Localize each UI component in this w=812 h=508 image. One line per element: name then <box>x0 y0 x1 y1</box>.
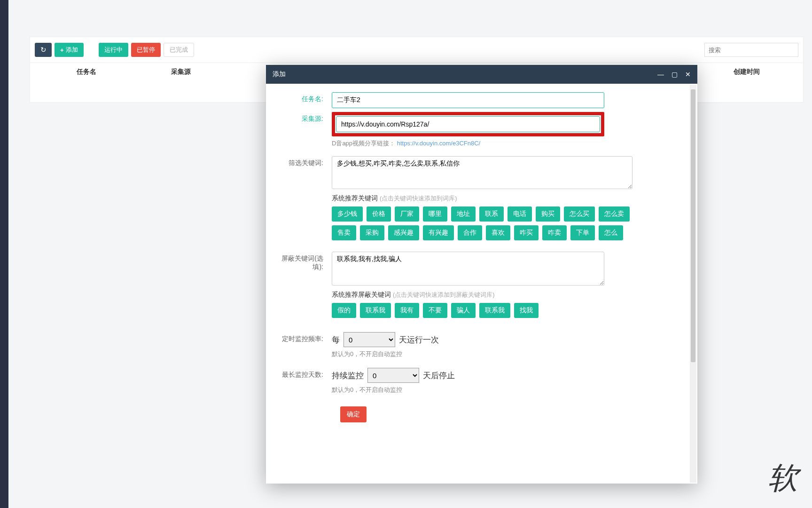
filter-tag[interactable]: 有兴趣 <box>423 225 454 240</box>
add-button-label: 添加 <box>66 46 78 54</box>
filter-tag[interactable]: 感兴趣 <box>388 225 419 240</box>
freq-suffix: 天运行一次 <box>399 334 439 345</box>
col-source: 采集源 <box>134 68 228 76</box>
modal-title: 添加 <box>273 70 286 79</box>
task-name-input[interactable] <box>332 92 604 108</box>
filter-tag[interactable]: 地址 <box>451 206 476 222</box>
maximize-icon[interactable]: ▢ <box>671 71 678 78</box>
block-label: 屏蔽关键词(选填): <box>280 252 332 318</box>
freq-select[interactable]: 0 <box>344 332 395 347</box>
source-label: 采集源: <box>280 112 332 148</box>
block-tag[interactable]: 找我 <box>514 303 539 318</box>
block-tag[interactable]: 我有 <box>395 303 419 318</box>
toolbar: + 添加 运行中 已暂停 已完成 <box>30 37 803 63</box>
sidebar <box>0 0 8 508</box>
plus-icon: + <box>60 47 64 54</box>
running-filter-button[interactable]: 运行中 <box>99 43 128 57</box>
filter-label: 筛选关键词: <box>280 156 332 240</box>
block-tag[interactable]: 联系我 <box>360 303 391 318</box>
filter-tag[interactable]: 下单 <box>570 225 595 240</box>
block-keywords-input[interactable] <box>332 252 604 286</box>
col-task-name: 任务名 <box>39 68 134 76</box>
filter-tag[interactable]: 怎么买 <box>564 206 595 222</box>
filter-tag-row: 多少钱 价格 厂家 哪里 地址 联系 电话 购买 怎么买 怎么卖 售卖 采购 感… <box>332 206 632 240</box>
modal-scrollbar[interactable] <box>690 85 696 483</box>
add-button[interactable]: + 添加 <box>55 43 84 57</box>
add-modal: 添加 — ▢ ✕ 任务名: 采集源: <box>266 65 697 484</box>
modal-body: 任务名: 采集源: D音app视频分享链接： https://v.douyin.… <box>266 84 697 484</box>
source-input[interactable] <box>336 116 600 132</box>
block-tag-row: 假的 联系我 我有 不要 骗人 联系我 找我 <box>332 303 604 318</box>
source-highlight <box>332 112 604 136</box>
max-select[interactable]: 0 <box>367 368 419 383</box>
paused-filter-button[interactable]: 已暂停 <box>131 43 161 57</box>
refresh-button[interactable] <box>35 43 52 57</box>
submit-button[interactable]: 确定 <box>340 406 367 422</box>
done-filter-button[interactable]: 已完成 <box>164 43 194 57</box>
block-tag[interactable]: 骗人 <box>451 303 476 318</box>
freq-prefix: 每 <box>332 334 340 345</box>
filter-keywords-input[interactable] <box>332 156 632 189</box>
filter-tag[interactable]: 喜欢 <box>486 225 510 240</box>
task-name-label: 任务名: <box>280 92 332 108</box>
filter-section-title: 系统推荐关键词 (点击关键词快速添加到词库) <box>332 194 632 203</box>
block-tag[interactable]: 不要 <box>423 303 447 318</box>
modal-header: 添加 — ▢ ✕ <box>266 65 697 84</box>
max-prefix: 持续监控 <box>332 370 364 381</box>
filter-tag[interactable]: 电话 <box>508 206 532 222</box>
minimize-icon[interactable]: — <box>657 71 664 78</box>
filter-tag[interactable]: 怎么卖 <box>599 206 630 222</box>
max-helper: 默认为0，不开启自动监控 <box>332 386 604 394</box>
filter-tag[interactable]: 厂家 <box>395 206 419 222</box>
filter-tag[interactable]: 售卖 <box>332 225 356 240</box>
source-hint: D音app视频分享链接： https://v.douyin.com/e3CFn8… <box>332 139 604 148</box>
filter-tag[interactable]: 咋买 <box>514 225 539 240</box>
main-area: + 添加 运行中 已暂停 已完成 任务名 采集源 任务 创建时间 添加 — <box>8 0 812 508</box>
filter-tag[interactable]: 采购 <box>360 225 384 240</box>
filter-tag[interactable]: 多少钱 <box>332 206 363 222</box>
freq-label: 定时监控频率: <box>280 332 332 358</box>
watermark: 软 <box>768 458 798 499</box>
max-label: 最长监控天数: <box>280 368 332 394</box>
block-tag[interactable]: 假的 <box>332 303 356 318</box>
source-hint-link: https://v.douyin.com/e3CFn8C/ <box>397 140 481 147</box>
filter-tag[interactable]: 合作 <box>458 225 482 240</box>
block-section-title: 系统推荐屏蔽关键词 (点击关键词快速添加到屏蔽关键词库) <box>332 291 604 299</box>
filter-tag[interactable]: 购买 <box>536 206 560 222</box>
scrollbar-thumb[interactable] <box>691 89 695 362</box>
search-box <box>704 43 798 57</box>
search-input[interactable] <box>704 43 798 57</box>
col-created: 创建时间 <box>699 68 794 76</box>
filter-tag[interactable]: 价格 <box>367 206 391 222</box>
filter-tag[interactable]: 怎么 <box>599 225 623 240</box>
max-suffix: 天后停止 <box>423 370 455 381</box>
freq-helper: 默认为0，不开启自动监控 <box>332 350 604 358</box>
filter-tag[interactable]: 咋卖 <box>542 225 567 240</box>
filter-tag[interactable]: 联系 <box>479 206 504 222</box>
filter-tag[interactable]: 哪里 <box>423 206 447 222</box>
close-icon[interactable]: ✕ <box>685 71 691 78</box>
block-tag[interactable]: 联系我 <box>479 303 510 318</box>
